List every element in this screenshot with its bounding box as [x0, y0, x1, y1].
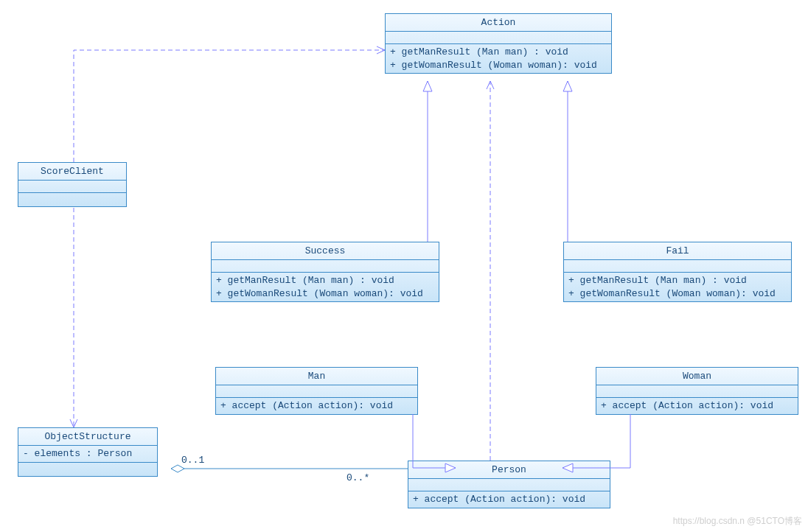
class-action-name: Action: [386, 14, 611, 32]
class-woman-op1: + accept (Action action): void: [601, 399, 793, 413]
class-man-name: Man: [216, 368, 417, 385]
class-man-op1: + accept (Action action): void: [220, 399, 413, 413]
class-fail-attrs: [564, 260, 791, 273]
class-success-attrs: [212, 260, 439, 273]
class-action-ops: + getManResult (Man man) : void + getWom…: [386, 44, 611, 73]
class-objectstructure-ops: [18, 463, 157, 476]
class-action: Action + getManResult (Man man) : void +…: [385, 13, 612, 74]
mult-obj-person-dst: 0..*: [346, 472, 369, 483]
class-person-ops: + accept (Action action): void: [408, 491, 610, 508]
class-fail-ops: + getManResult (Man man) : void + getWom…: [564, 273, 791, 301]
class-scoreclient-name: ScoreClient: [18, 163, 126, 181]
class-success-name: Success: [212, 242, 439, 260]
class-woman-name: Woman: [596, 368, 798, 385]
class-success-op1: + getManResult (Man man) : void: [216, 274, 434, 287]
class-woman: Woman + accept (Action action): void: [596, 367, 798, 415]
class-person-name: Person: [408, 461, 610, 479]
class-success-op2: + getWomanResult (Woman woman): void: [216, 287, 434, 301]
class-objectstructure-attr1: - elements : Person: [23, 447, 153, 461]
class-objectstructure-attrs: - elements : Person: [18, 446, 157, 463]
class-scoreclient-attrs: [18, 181, 126, 193]
class-objectstructure: ObjectStructure - elements : Person: [18, 427, 158, 477]
class-person-attrs: [408, 479, 610, 491]
class-success-ops: + getManResult (Man man) : void + getWom…: [212, 273, 439, 301]
class-scoreclient: ScoreClient: [18, 162, 127, 207]
class-man: Man + accept (Action action): void: [215, 367, 418, 415]
class-fail: Fail + getManResult (Man man) : void + g…: [563, 242, 792, 302]
class-success: Success + getManResult (Man man) : void …: [211, 242, 439, 302]
class-person: Person + accept (Action action): void: [408, 461, 610, 508]
class-man-ops: + accept (Action action): void: [216, 398, 417, 414]
class-objectstructure-name: ObjectStructure: [18, 428, 157, 446]
class-woman-ops: + accept (Action action): void: [596, 398, 798, 414]
class-person-op1: + accept (Action action): void: [413, 493, 605, 506]
class-fail-op1: + getManResult (Man man) : void: [568, 274, 787, 287]
class-fail-name: Fail: [564, 242, 791, 260]
class-action-attrs: [386, 32, 611, 44]
class-woman-attrs: [596, 385, 798, 398]
watermark: https://blog.csdn.n @51CTO博客: [673, 515, 802, 528]
dep-scoreclient-action: [74, 50, 385, 162]
class-action-op2: + getWomanResult (Woman woman): void: [390, 59, 607, 72]
mult-obj-person-src: 0..1: [181, 455, 204, 466]
class-man-attrs: [216, 385, 417, 398]
class-fail-op2: + getWomanResult (Woman woman): void: [568, 287, 787, 301]
class-scoreclient-ops: [18, 193, 126, 206]
class-action-op1: + getManResult (Man man) : void: [390, 46, 607, 59]
